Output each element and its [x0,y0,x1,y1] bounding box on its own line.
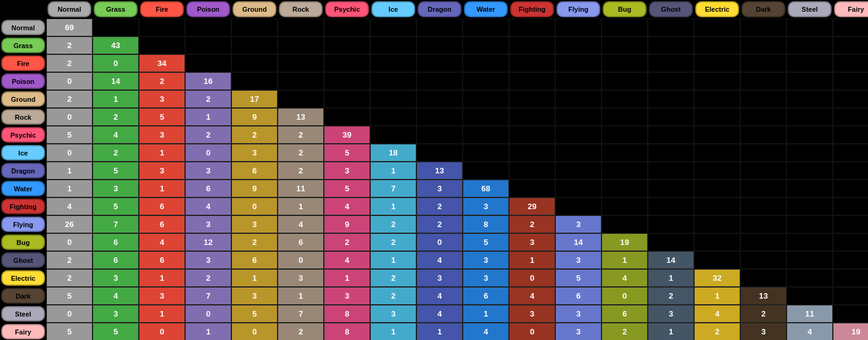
empty-cell-11-17 [833,215,868,233]
data-cell-fire-grass: 0 [93,54,139,72]
data-cell-poison-grass: 14 [93,72,139,90]
data-cell-dragon-psychic: 3 [324,162,370,180]
col-header-bug: Bug [603,1,647,17]
empty-cell-7-14 [694,144,740,162]
empty-cell-2-14 [694,54,740,72]
data-cell-dark-bug: 0 [601,287,648,305]
data-cell-dark-poison: 7 [185,287,231,305]
col-header-poison: Poison [186,1,230,17]
data-cell-fairy-ghost: 1 [648,323,694,340]
empty-cell-11-15 [740,215,787,233]
data-cell-flying-grass: 7 [93,215,139,233]
empty-cell-3-4 [231,72,278,90]
data-cell-fairy-ground: 0 [231,323,278,340]
data-cell-electric-rock: 3 [278,269,324,287]
data-cell-ice-psychic: 5 [324,144,370,162]
data-cell-fairy-dark: 3 [740,323,787,340]
empty-cell-0-17 [833,19,868,36]
empty-cell-11-13 [648,215,694,233]
data-cell-electric-flying: 5 [555,269,601,287]
empty-cell-2-8 [416,54,463,72]
row-label-psychic: Psychic [1,127,45,143]
data-cell-steel-flying: 3 [555,305,601,323]
data-cell-ghost-fire: 6 [139,251,185,269]
row-label-dragon: Dragon [1,163,45,178]
row-label-rock: Rock [1,109,45,125]
empty-cell-14-15 [740,269,787,287]
col-header-flying: Flying [556,1,600,17]
data-cell-fairy-fire: 0 [139,323,185,340]
empty-cell-4-11 [555,90,601,108]
data-cell-normal-normal: 69 [46,19,93,36]
data-cell-fairy-water: 4 [463,323,509,340]
data-cell-ghost-normal: 2 [46,251,93,269]
data-cell-bug-fire: 4 [139,233,185,251]
empty-cell-8-16 [787,162,833,180]
data-cell-water-water: 68 [463,180,509,197]
empty-cell-11-14 [694,215,740,233]
empty-cell-5-17 [833,108,868,126]
empty-cell-4-8 [416,90,463,108]
empty-cell-1-10 [509,36,555,54]
row-label-electric: Electric [1,270,45,286]
empty-cell-1-13 [648,36,694,54]
col-header-psychic: Psychic [325,1,369,17]
data-cell-dark-ground: 3 [231,287,278,305]
empty-cell-1-15 [740,36,787,54]
row-label-dark: Dark [1,288,45,304]
data-cell-flying-poison: 3 [185,215,231,233]
data-cell-rock-poison: 1 [185,108,231,126]
empty-cell-2-9 [463,54,509,72]
data-cell-ghost-ghost: 14 [648,251,694,269]
empty-cell-4-9 [463,90,509,108]
row-label-flying: Flying [1,217,45,232]
empty-cell-3-15 [740,72,787,90]
empty-cell-1-7 [370,36,416,54]
data-cell-ghost-fighting: 1 [509,251,555,269]
data-cell-water-psychic: 5 [324,180,370,197]
col-header-water: Water [464,1,508,17]
empty-cell-4-7 [370,90,416,108]
data-cell-ground-ground: 17 [231,90,278,108]
empty-cell-6-17 [833,126,868,144]
empty-cell-7-17 [833,144,868,162]
empty-cell-1-8 [416,36,463,54]
empty-cell-6-16 [787,126,833,144]
data-cell-ground-fire: 3 [139,90,185,108]
data-cell-electric-fighting: 0 [509,269,555,287]
data-cell-dragon-fire: 3 [139,162,185,180]
empty-cell-4-16 [787,90,833,108]
empty-cell-5-13 [648,108,694,126]
data-cell-dark-ice: 2 [370,287,416,305]
row-label-fire: Fire [1,56,45,71]
data-cell-ground-normal: 2 [46,90,93,108]
empty-cell-8-9 [463,162,509,180]
col-header-ground: Ground [233,1,276,17]
data-cell-fighting-rock: 1 [278,197,324,215]
empty-cell-0-11 [555,19,601,36]
data-cell-flying-fighting: 2 [509,215,555,233]
empty-cell-1-11 [555,36,601,54]
empty-cell-6-11 [555,126,601,144]
data-cell-electric-water: 3 [463,269,509,287]
data-cell-bug-dragon: 0 [416,233,463,251]
empty-cell-5-10 [509,108,555,126]
data-cell-psychic-fire: 3 [139,126,185,144]
data-cell-ghost-psychic: 4 [324,251,370,269]
col-header-dark: Dark [742,1,785,17]
data-cell-dark-dragon: 4 [416,287,463,305]
empty-cell-4-5 [278,90,324,108]
data-cell-bug-psychic: 2 [324,233,370,251]
empty-cell-4-15 [740,90,787,108]
data-cell-water-ice: 7 [370,180,416,197]
data-cell-ice-ground: 3 [231,144,278,162]
data-cell-electric-normal: 2 [46,269,93,287]
data-cell-bug-flying: 14 [555,233,601,251]
empty-cell-2-10 [509,54,555,72]
data-cell-dark-normal: 5 [46,287,93,305]
empty-cell-6-13 [648,126,694,144]
empty-cell-3-11 [555,72,601,90]
empty-cell-5-15 [740,108,787,126]
data-cell-ghost-ground: 6 [231,251,278,269]
empty-cell-4-13 [648,90,694,108]
